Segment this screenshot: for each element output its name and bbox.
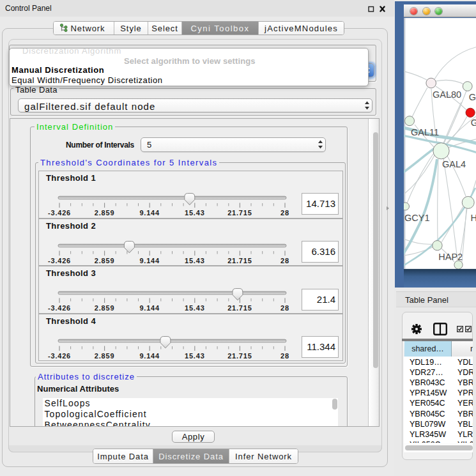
svg-text:15.43: 15.43 xyxy=(185,256,205,264)
svg-text:GAL11: GAL11 xyxy=(411,127,439,137)
svg-text:28: 28 xyxy=(280,208,289,216)
svg-text:-3.426: -3.426 xyxy=(48,351,71,359)
svg-text:2.859: 2.859 xyxy=(95,304,115,312)
svg-text:HAP2: HAP2 xyxy=(438,252,463,262)
svg-text:9.144: 9.144 xyxy=(139,304,160,312)
svg-text:28: 28 xyxy=(280,256,289,264)
svg-text:9.144: 9.144 xyxy=(139,256,160,264)
svg-text:2.859: 2.859 xyxy=(95,256,115,264)
svg-text:21.715: 21.715 xyxy=(227,256,252,264)
svg-text:H: H xyxy=(471,213,476,223)
svg-text:-3.426: -3.426 xyxy=(48,304,71,312)
svg-text:15.43: 15.43 xyxy=(185,304,205,312)
svg-text:21.715: 21.715 xyxy=(227,351,252,359)
svg-text:2.859: 2.859 xyxy=(95,208,115,216)
svg-text:9.144: 9.144 xyxy=(139,351,160,359)
svg-text:GCY1: GCY1 xyxy=(404,213,430,223)
svg-text:GAL4: GAL4 xyxy=(442,159,466,169)
svg-text:21.715: 21.715 xyxy=(227,304,252,312)
svg-text:28: 28 xyxy=(280,351,289,359)
svg-text:-3.426: -3.426 xyxy=(48,208,71,216)
svg-text:GAL80: GAL80 xyxy=(433,89,461,100)
svg-text:9.144: 9.144 xyxy=(139,208,160,216)
svg-text:15.43: 15.43 xyxy=(185,208,205,216)
svg-text:G: G xyxy=(471,118,476,128)
svg-text:21.715: 21.715 xyxy=(227,208,252,216)
svg-text:15.43: 15.43 xyxy=(185,351,205,359)
svg-text:2.859: 2.859 xyxy=(95,351,115,359)
svg-text:28: 28 xyxy=(280,304,289,312)
svg-text:G: G xyxy=(469,92,476,102)
svg-text:-3.426: -3.426 xyxy=(48,256,71,264)
